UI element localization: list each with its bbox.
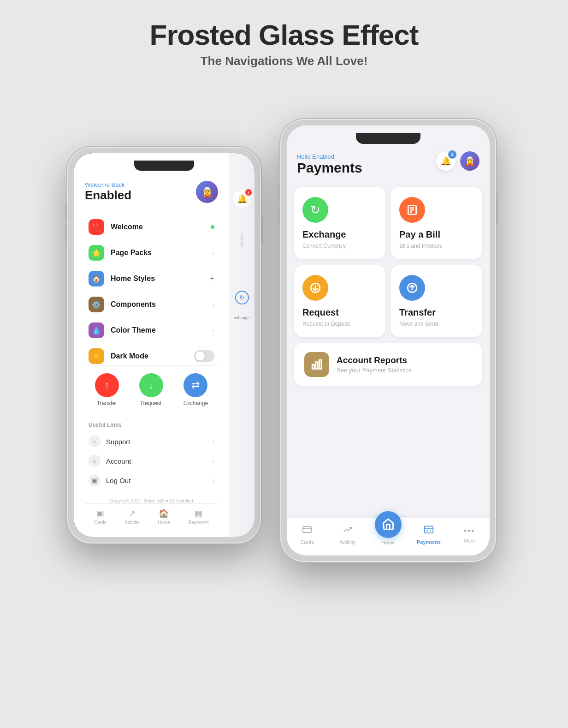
- drawer-welcome: Welcome Back: [85, 181, 131, 188]
- right-volume-up-btn[interactable]: [278, 184, 280, 202]
- right-side-buttons: [278, 184, 280, 228]
- tab-more[interactable]: ••• More: [449, 526, 490, 543]
- transfer-icon: ↑: [95, 373, 119, 397]
- left-phone-screen: Welcome Back Enabled 🧝 ❤️ Welcome: [74, 153, 254, 537]
- exchange-card-name: Exchange: [302, 229, 346, 240]
- payments-grid: ↻ Exchange Convert Currency: [287, 183, 490, 518]
- link-account[interactable]: ○ Account ›: [85, 451, 218, 471]
- menu-chevron-pagepacks: ›: [212, 249, 214, 257]
- partial-bell[interactable]: 🔔 3: [233, 190, 251, 208]
- drawer-avatar[interactable]: 🧝: [196, 181, 218, 203]
- pay-bill-card-icon: [399, 197, 425, 223]
- menu-label-homestyles: Home Styles: [111, 274, 210, 283]
- home-btn[interactable]: [375, 511, 402, 538]
- drawer-actions: ↑ Transfer ↓ Request ⇄ Exchange: [85, 365, 218, 414]
- pay-bill-card-desc: Bills and Invoices: [399, 243, 442, 249]
- action-exchange[interactable]: ⇄ Exchange: [183, 373, 208, 406]
- volume-down-btn[interactable]: [65, 225, 67, 242]
- pay-bill-card-name: Pay a Bill: [399, 229, 440, 240]
- right-phone: Hello Enabled Payments 🔔 3 🧝: [280, 119, 496, 562]
- tab-more-label: More: [463, 538, 475, 543]
- menu-item-components[interactable]: ⚙️ Components ›: [85, 292, 218, 317]
- svg-rect-13: [425, 526, 433, 533]
- request-card[interactable]: Request Request or Deposit: [294, 265, 385, 337]
- partial-sync[interactable]: ↻: [235, 291, 249, 304]
- tab-bar: Cards Activity: [287, 518, 490, 555]
- partial-date: 08/2025: [240, 226, 244, 254]
- payments-row-1: ↻ Exchange Convert Currency: [294, 187, 482, 259]
- logout-chevron: ›: [212, 477, 214, 484]
- account-reports-card[interactable]: Account Reports See your Payment Statist…: [294, 343, 482, 386]
- pay-bill-card[interactable]: Pay a Bill Bills and Invoices: [391, 187, 482, 259]
- request-label: Request: [141, 400, 162, 406]
- reports-name: Account Reports: [337, 355, 413, 365]
- right-notch: [356, 133, 420, 144]
- tab-activity-label: Activity: [340, 539, 356, 545]
- right-volume-down-btn[interactable]: [278, 209, 280, 228]
- link-support-label: Support: [106, 438, 212, 446]
- left-side-buttons: [65, 202, 67, 242]
- drawer-menu: ❤️ Welcome ⭐ Page Packs › 🏠: [85, 214, 218, 365]
- tab-payments-label: Payments: [417, 539, 441, 545]
- phones-container: Welcome Back Enabled 🧝 ❤️ Welcome: [58, 101, 510, 700]
- useful-links: Useful Links ○ Support › ○ Account ›: [85, 422, 218, 490]
- request-card-icon: [302, 275, 328, 301]
- menu-item-homestyles[interactable]: 🏠 Home Styles +: [85, 266, 218, 292]
- left-phone: Welcome Back Enabled 🧝 ❤️ Welcome: [67, 147, 261, 543]
- page-subtitle: The Navigations We All Love!: [201, 54, 368, 68]
- menu-icon-homestyles: 🏠: [89, 271, 104, 286]
- svg-rect-10: [319, 360, 321, 369]
- drawer-header: Welcome Back Enabled 🧝: [85, 181, 218, 203]
- request-icon: ↓: [139, 373, 163, 397]
- tab-home[interactable]: Home: [368, 524, 408, 545]
- tab-more-icon: •••: [464, 526, 475, 536]
- tab-cards[interactable]: Cards: [287, 525, 327, 545]
- tab-payments-icon: [424, 525, 434, 537]
- exchange-card[interactable]: ↻ Exchange Convert Currency: [294, 187, 385, 259]
- page-title: Frosted Glass Effect: [150, 18, 419, 51]
- power-btn[interactable]: [261, 216, 263, 244]
- payments-row-2: Request Request or Deposit: [294, 265, 482, 337]
- left-cards-icon: ▣: [96, 508, 104, 519]
- link-support[interactable]: ○ Support ›: [85, 432, 218, 451]
- support-chevron: ›: [212, 438, 214, 445]
- left-tab-payments[interactable]: ▦ Payments: [189, 508, 209, 525]
- partial-bell-badge: 3: [245, 189, 252, 196]
- tab-payments[interactable]: Payments: [408, 525, 449, 545]
- menu-item-colortheme[interactable]: 💧 Color Theme ›: [85, 317, 218, 343]
- drawer-content: Welcome Back Enabled 🧝 ❤️ Welcome: [74, 153, 254, 537]
- exchange-card-desc: Convert Currency: [302, 243, 346, 249]
- svg-rect-8: [312, 364, 314, 369]
- left-home-label: Home: [158, 520, 170, 525]
- menu-item-pagepacks[interactable]: ⭐ Page Packs ›: [85, 240, 218, 266]
- transfer-label: Transfer: [97, 400, 117, 406]
- exchange-card-icon: ↻: [302, 197, 328, 223]
- left-payments-label: Payments: [189, 520, 209, 525]
- left-tab-cards[interactable]: ▣ Cards: [94, 508, 106, 525]
- menu-item-welcome[interactable]: ❤️ Welcome: [85, 214, 218, 240]
- menu-icon-darkmode: ☀️: [89, 348, 104, 364]
- header-bell[interactable]: 🔔 3: [436, 151, 456, 171]
- payments-content: Hello Enabled Payments 🔔 3 🧝: [287, 125, 490, 555]
- header-avatar[interactable]: 🧝: [460, 151, 479, 171]
- menu-label-welcome: Welcome: [111, 223, 211, 231]
- right-power-btn[interactable]: [496, 193, 498, 225]
- partial-exchange-label: xchange: [234, 316, 250, 320]
- account-chevron: ›: [212, 457, 214, 465]
- action-request[interactable]: ↓ Request: [139, 373, 163, 406]
- link-account-label: Account: [106, 457, 212, 465]
- notification-badge: 3: [448, 150, 456, 159]
- darkmode-toggle[interactable]: [194, 350, 214, 362]
- tab-activity[interactable]: Activity: [327, 525, 368, 545]
- link-logout[interactable]: ▣ Log Out ›: [85, 471, 218, 490]
- volume-up-btn[interactable]: [65, 202, 67, 219]
- left-tab-activity[interactable]: ↗ Activity: [125, 508, 140, 525]
- account-icon: ○: [89, 455, 101, 467]
- left-tab-home[interactable]: 🏠 Home: [158, 508, 170, 525]
- menu-dot-welcome: [211, 225, 214, 229]
- menu-label-pagepacks: Page Packs: [111, 249, 212, 257]
- transfer-card[interactable]: Transfer Move and Send: [391, 265, 482, 337]
- menu-item-darkmode[interactable]: ☀️ Dark Mode: [85, 343, 218, 365]
- action-transfer[interactable]: ↑ Transfer: [95, 373, 119, 406]
- left-notch: [134, 161, 194, 171]
